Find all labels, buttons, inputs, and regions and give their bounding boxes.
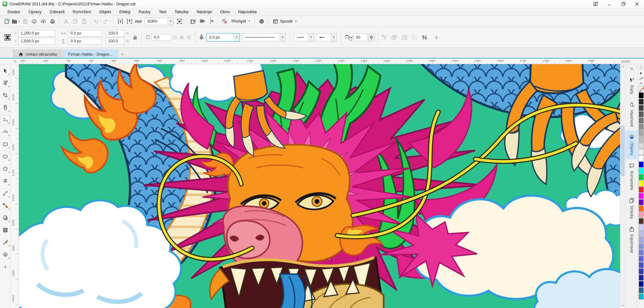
eyedropper-tool[interactable] <box>1 238 10 247</box>
swatch-b8bcf2[interactable] <box>639 231 644 237</box>
object-width-field[interactable]: 0.0 px <box>68 30 102 37</box>
swatch-00b8d4[interactable] <box>639 294 644 300</box>
menu-efekty[interactable]: Efekty <box>115 8 135 15</box>
docker-tab-komentare[interactable]: Komentáře <box>625 159 638 194</box>
outline-width-dropdown[interactable]: ▼ <box>234 34 239 41</box>
menu-zobrazit[interactable]: Zobrazit <box>46 8 69 15</box>
swatch-5b3026[interactable] <box>639 218 644 224</box>
menu-pravy[interactable]: Úpravy <box>25 8 46 15</box>
rectangle-tool[interactable] <box>1 140 10 149</box>
swatch-ccccff[interactable] <box>639 224 644 230</box>
undo-button[interactable]: ▼ <box>93 17 102 26</box>
swatch-737373[interactable] <box>639 118 644 124</box>
mirror-horizontal-button[interactable] <box>178 35 185 40</box>
object-height-field[interactable]: 0.0 px <box>68 38 102 45</box>
zoom-level-combo[interactable]: 626%▼ <box>145 18 174 25</box>
scroll-up-arrow[interactable]: ▲ <box>620 64 625 69</box>
swatch-none[interactable] <box>639 86 644 92</box>
shape-tool[interactable] <box>1 78 10 87</box>
zoom-level-combo-dropdown[interactable]: ▼ <box>168 18 173 25</box>
smoothing-slider-button[interactable] <box>368 34 375 41</box>
vertical-ruler[interactable]: 2350230022502200215021002050200019501900 <box>11 64 19 308</box>
paste-button[interactable] <box>80 17 89 26</box>
close-curve-button[interactable] <box>381 35 388 40</box>
canvas-vertical-scrollbar[interactable]: ▲ ▼ <box>620 64 625 308</box>
swatch-404040[interactable] <box>639 105 644 111</box>
swatch-2d6399[interactable] <box>639 287 644 293</box>
rulers-toggle[interactable] <box>189 17 197 26</box>
palette-flyout-arrow[interactable] <box>640 71 642 76</box>
swatch-ee1c25[interactable] <box>639 187 644 193</box>
y-position-field[interactable]: 1,500.0 px <box>18 38 55 45</box>
menu-nstroje[interactable]: Nástroje <box>193 8 216 15</box>
swatch-ffff00[interactable] <box>639 180 644 186</box>
node-sliders-button[interactable] <box>421 35 428 40</box>
docker-close-icon[interactable]: ✕ <box>625 64 638 74</box>
add-tool[interactable] <box>1 262 10 271</box>
x-position-field[interactable]: 1,200.0 px <box>18 30 55 37</box>
swatch-8c8c8c[interactable] <box>639 124 644 130</box>
ellipse-tool[interactable] <box>1 152 10 161</box>
crop-tool[interactable] <box>1 91 10 100</box>
document-tab-1[interactable]: Firman Hatibu - Dragon... <box>63 50 118 58</box>
swatch-262626[interactable] <box>639 99 644 105</box>
menu-text[interactable]: Text <box>155 8 170 15</box>
new-document-button[interactable] <box>3 17 11 26</box>
line-style-combo[interactable]: ▼ <box>242 33 286 41</box>
pick-tool[interactable] <box>1 66 10 75</box>
guidelines-toggle[interactable] <box>207 17 216 26</box>
docker-tab-objekty[interactable]: Objekty <box>625 130 638 159</box>
document-tab-0[interactable]: Uvítací obrazovka <box>13 50 62 58</box>
swatch-bfbfbf[interactable] <box>639 136 644 142</box>
snap-menu[interactable]: Přichytit▼ <box>230 17 253 26</box>
pdf-button[interactable]: PDF <box>134 17 143 26</box>
swatch-1a2a9e[interactable] <box>639 275 644 281</box>
docker-tab-vlastnosti[interactable]: Vlastnosti <box>625 98 638 130</box>
connector-tool[interactable] <box>1 201 10 210</box>
origin-selector[interactable] <box>3 34 12 41</box>
scroll-down-arrow[interactable]: ▼ <box>620 303 625 308</box>
palette-eyedropper-icon[interactable] <box>639 76 643 81</box>
polygon-tool[interactable] <box>1 164 10 173</box>
docker-tab-stranky[interactable]: Stránky <box>625 194 638 223</box>
smoothing-field[interactable]: 50 <box>353 34 368 41</box>
snap-off-button[interactable] <box>220 17 229 26</box>
menu-npovda[interactable]: Nápověda <box>234 8 261 15</box>
export-button[interactable] <box>125 17 134 26</box>
dimension-tool[interactable] <box>1 189 10 198</box>
account-icon[interactable] <box>589 0 602 8</box>
swatch-595959[interactable] <box>639 111 644 117</box>
close-button[interactable] <box>630 0 644 8</box>
swatch-00ffff[interactable] <box>639 168 644 174</box>
canvas[interactable] <box>19 64 620 308</box>
lock-ratio-button[interactable] <box>131 35 138 40</box>
fill-tool[interactable] <box>1 250 10 259</box>
swatch-0000ff[interactable] <box>639 162 644 168</box>
palette-scroll-up[interactable] <box>640 81 642 86</box>
swatch-4553c6[interactable] <box>639 262 644 268</box>
snap-to-grid-button[interactable] <box>411 35 418 40</box>
cloud-save-button[interactable] <box>39 17 48 26</box>
docker-tab-exportovat[interactable]: Exportovat <box>625 223 638 257</box>
rotation-angle-field[interactable]: 0.0 <box>151 34 171 41</box>
shadow-tool[interactable] <box>1 213 10 222</box>
scale-y-field[interactable]: 100.0 <box>106 38 125 45</box>
outline-width-combo[interactable]: 2.0 px▼ <box>206 33 240 41</box>
arrow-start-combo[interactable]: ▼ <box>294 33 314 41</box>
swatch-a6a6a6[interactable] <box>639 130 644 136</box>
text-tool[interactable] <box>1 176 10 185</box>
swatch-ff6600[interactable] <box>639 206 644 212</box>
swatch-001489[interactable] <box>639 281 644 287</box>
mirror-vertical-button[interactable] <box>185 35 192 40</box>
swatch-a0a8ea[interactable] <box>639 237 644 243</box>
bezier-tool[interactable] <box>1 127 10 136</box>
fullscreen-button[interactable] <box>175 17 184 26</box>
print-button[interactable] <box>48 17 57 26</box>
import-button[interactable] <box>116 17 125 26</box>
menu-objekt[interactable]: Objekt <box>95 8 115 15</box>
cloud-open-button[interactable] <box>30 17 39 26</box>
redo-button[interactable]: ▼ <box>103 17 111 26</box>
swatch-ff9db0[interactable] <box>639 212 644 218</box>
docker-tab-rady[interactable]: ?Rady <box>625 74 638 98</box>
swatch-8a93e2[interactable] <box>639 243 644 249</box>
